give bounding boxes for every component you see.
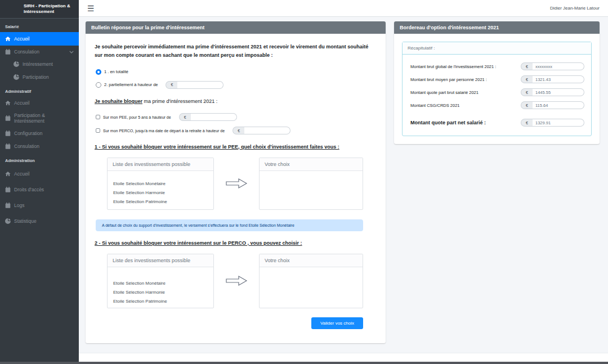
perco-choice-box: Votre choix (259, 254, 363, 308)
pee-choice-box: Votre choix (259, 158, 363, 210)
net-value-input (533, 119, 584, 127)
euro-addon: € (521, 62, 533, 70)
sidebar-item-consultation-salarie[interactable]: Consulation (0, 46, 79, 58)
recap-label: Montant brut global de l'investissement … (410, 64, 496, 69)
net-label: Montant quote part net salarié : (410, 120, 486, 125)
sidebar-item-accueil-administration[interactable]: Accueil (0, 166, 79, 182)
sidebar-item-interessement[interactable]: Intéressement (0, 58, 79, 70)
recap-value-input (533, 101, 584, 109)
checkbox-pee-label: Sur mon PEE, pour 5 ans à hauteur de (103, 115, 171, 119)
sidebar-item-participation-interessement[interactable]: Participation & Interéssement (0, 109, 79, 127)
window-bottom-edge (0, 362, 608, 364)
list-item[interactable]: Etoile Sélection Monétaire (113, 281, 208, 286)
recap-label: Montant CSG/CRDS 2021 (410, 103, 460, 108)
pie-chart-icon (14, 61, 19, 67)
sidebar-item-label: Statistique (14, 218, 37, 224)
sidebar-section-administration: Administration (0, 152, 79, 166)
app-window: SIRH - Participation & Intéressement Sal… (0, 0, 608, 362)
pee-choice-header: Votre choix (260, 158, 363, 171)
sidebar: SIRH - Participation & Intéressement Sal… (0, 0, 79, 362)
list-item[interactable]: Etoile Sélection Harmonie (113, 290, 208, 295)
euro-addon: € (521, 88, 533, 96)
home-icon (5, 100, 11, 106)
sidebar-item-label: Consulation (14, 49, 39, 55)
sidebar-item-label: Accueil (14, 36, 29, 42)
sidebar-item-label: Accueil (14, 100, 29, 106)
brand-title: SIRH - Participation & Intéressement (0, 0, 79, 19)
partial-amount-input[interactable] (177, 81, 223, 89)
sidebar-item-consultation-administratif[interactable]: Consulation (0, 140, 79, 152)
recap-row: Montant brut global de l'investissement … (410, 62, 584, 70)
list-item[interactable]: Etoile Sélection Monétaire (113, 181, 208, 186)
sidebar-item-logs[interactable]: Logs (0, 197, 79, 213)
radio-row-totalite: 1 . en totalité (96, 68, 378, 76)
perco-choice-header: Votre choix (260, 254, 363, 267)
calendar-icon (5, 203, 11, 208)
recap-body: Montant brut global de l'investissement … (403, 55, 591, 136)
recap-label: Montant quote part brut salarié 2021 (410, 90, 479, 95)
checkbox-pee[interactable] (96, 115, 100, 119)
sidebar-item-configuration[interactable]: Configuration (0, 127, 79, 140)
recap-value-input (533, 88, 584, 96)
topbar: ☰ Didier Jean-Marie Latour (79, 0, 608, 17)
user-menu[interactable]: Didier Jean-Marie Latour (550, 6, 600, 11)
list-item[interactable]: Etoile Sélection Patrimoine (113, 299, 208, 304)
recap-value-group: € (521, 88, 584, 96)
bloquer-bold: Je souhaite bloquer (95, 98, 142, 104)
sidebar-section-administratif: Administratif (0, 83, 79, 97)
pee-list-body: Etoile Sélection Monétaire Etoile Sélect… (108, 171, 213, 209)
checkbox-perco-label: Sur mon PERCO, jusqu'à ma date de départ… (103, 129, 225, 133)
recap-value-group: € (521, 75, 584, 83)
checkbox-perco[interactable] (96, 128, 100, 133)
radio-totalite[interactable] (96, 69, 101, 75)
radio-partiellement-label: 2. partiellement à hauteur de (104, 82, 158, 87)
radio-partiellement[interactable] (96, 82, 101, 88)
euro-addon: € (233, 127, 244, 134)
recap-title: Récapitulatif : (403, 42, 591, 55)
euro-addon: € (521, 119, 533, 127)
list-item[interactable]: Etoile Sélection Patrimoine (113, 199, 208, 204)
section1-title: 1 - Si vous souhaité bloquer votre intér… (95, 144, 377, 150)
perco-investment-picker: Liste des investissements possible Etoil… (107, 254, 363, 308)
bulletin-card: Bulletin réponse pour la prime d'intéres… (86, 21, 386, 343)
sidebar-item-participation[interactable]: Participation (0, 71, 79, 83)
calendar-icon (5, 115, 11, 121)
bordereau-card: Bordereau d'option d'intéressement 2021 … (394, 21, 600, 144)
recap-value-input (533, 62, 584, 70)
sidebar-item-label: Configuration (14, 131, 43, 136)
recap-value-input (533, 75, 584, 83)
bloquer-rest: ma prime d'intéressement 2021 : (142, 98, 217, 104)
perco-amount-group: € (233, 127, 290, 134)
actions-row: Valider vos choix (93, 317, 363, 329)
euro-addon: € (521, 101, 533, 109)
recap-row: Montant CSG/CRDS 2021 € (410, 101, 584, 109)
right-arrow-icon (214, 254, 259, 308)
block-check-group: Sur mon PEE, pour 5 ans à hauteur de € S… (96, 113, 378, 135)
perco-investment-list: Liste des investissements possible Etoil… (107, 254, 214, 308)
main-column: ☰ Didier Jean-Marie Latour Bulletin répo… (79, 0, 608, 362)
radio-totalite-label: 1 . en totalité (104, 69, 128, 74)
sidebar-item-droits-acces[interactable]: Droits d'accès (0, 182, 79, 197)
pee-amount-input[interactable] (191, 113, 237, 121)
calendar-icon (5, 49, 11, 55)
sidebar-item-statistique[interactable]: Statistique (0, 213, 79, 229)
brand-line1: SIRH - Participation & (24, 3, 70, 8)
sidebar-item-accueil-salarie[interactable]: Accueil (0, 32, 79, 46)
sidebar-item-label: Consulation (14, 143, 39, 149)
list-item[interactable]: Etoile Sélection Harmonie (113, 190, 208, 195)
bulletin-card-header: Bulletin réponse pour la prime d'intéres… (86, 21, 386, 34)
sidebar-item-label: Droits d'accès (14, 187, 44, 192)
bordereau-card-body: Récapitulatif : Montant brut global de l… (394, 34, 600, 144)
recap-box: Récapitulatif : Montant brut global de l… (402, 42, 592, 136)
bloquer-heading: Je souhaite bloquer ma prime d'intéresse… (95, 98, 377, 104)
pee-investment-picker: Liste des investissements possible Etoil… (107, 158, 363, 210)
sidebar-item-label: Intéressement (23, 61, 53, 67)
recap-label: Montant brut moyen par personne 2021 : (410, 77, 487, 82)
sidebar-item-accueil-administratif[interactable]: Accueil (0, 97, 79, 109)
hamburger-icon[interactable]: ☰ (87, 5, 95, 12)
perco-amount-input[interactable] (244, 127, 290, 134)
sidebar-section-salarie: Salarié (0, 19, 79, 32)
validate-button[interactable]: Valider vos choix (311, 317, 363, 329)
partial-amount-group: € (166, 81, 223, 89)
content-area: Bulletin réponse pour la prime d'intéres… (79, 17, 608, 353)
